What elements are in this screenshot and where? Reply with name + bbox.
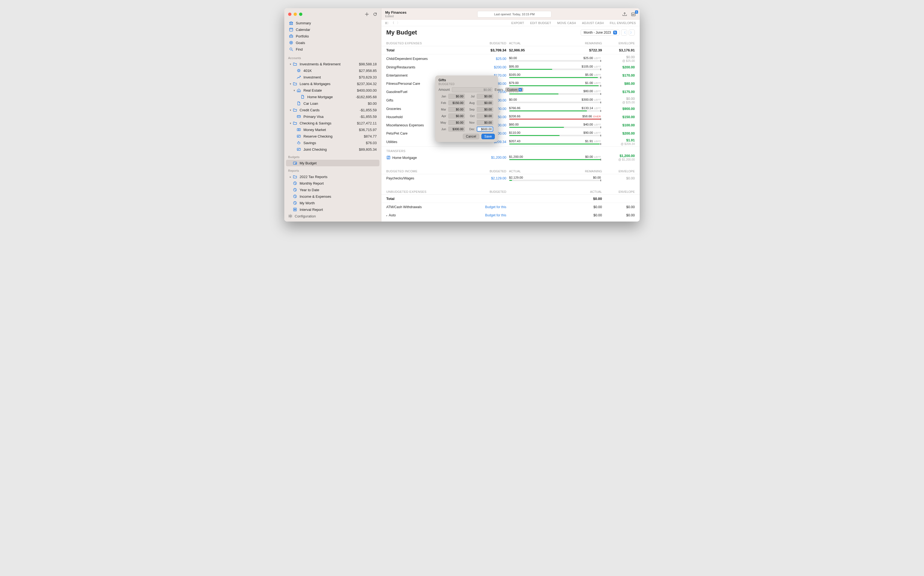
account-amount: $98,588.18 <box>359 62 377 66</box>
month-label: May <box>439 121 446 124</box>
report-item[interactable]: ▾ Interval Report <box>286 206 380 212</box>
disclosure-triangle-icon[interactable]: ▸ <box>386 214 388 217</box>
account-label: 401K <box>303 69 312 73</box>
account-item[interactable]: ▾ Reserve Checking $874.77 <box>286 133 380 139</box>
sidebar-toggle-icon[interactable]: ▮▯ <box>385 21 388 25</box>
sun-icon <box>296 68 301 73</box>
remaining-tag: LEFT <box>594 82 601 85</box>
budgeted-amount[interactable]: $25.00 <box>476 57 506 61</box>
minimize-window-button[interactable] <box>294 13 297 16</box>
budgeted-amount[interactable]: $1,200.00 <box>476 156 506 160</box>
account-item[interactable]: ▾ Primary Visa -$1,855.59 <box>286 113 380 120</box>
last-opened-pill[interactable]: Last opened: Today, 10:15 PM <box>477 11 551 18</box>
account-item[interactable]: ▾ Real Estate $400,000.00 <box>286 87 380 94</box>
account-item[interactable]: ▾ Home Mortgage -$162,695.68 <box>286 94 380 100</box>
month-input-jun[interactable] <box>448 126 465 131</box>
disclosure-triangle-icon[interactable]: ▾ <box>289 122 292 125</box>
month-input-aug[interactable] <box>477 100 493 105</box>
budget-item[interactable]: ▾ My Budget <box>286 160 380 166</box>
remaining-amount: $58.66 <box>582 115 592 118</box>
month-input-sep[interactable] <box>477 107 493 112</box>
nav-forward-button[interactable]: 〉 <box>397 21 400 25</box>
account-item[interactable]: ▾ Joint Checking $89,805.34 <box>286 146 380 153</box>
account-item[interactable]: ▾ Loans & Mortgages $237,304.32 <box>286 80 380 87</box>
month-label: Jul <box>467 94 475 98</box>
budget-row: Entertainment $170.00 $165.00 $5.00 LEFT… <box>381 71 640 80</box>
nav-item-calendar[interactable]: Calendar <box>286 26 380 33</box>
nav-item-summary[interactable]: Summary <box>286 20 380 26</box>
account-item[interactable]: ▾ Credit Cards -$1,855.59 <box>286 107 380 113</box>
period-prev-button[interactable]: 〈 <box>621 30 627 35</box>
account-item[interactable]: ▾ Savings $76.03 <box>286 139 380 146</box>
report-item[interactable]: ▸ 2022 Tax Reports <box>286 173 380 180</box>
cancel-button[interactable]: Cancel <box>463 134 479 139</box>
account-amount: $874.77 <box>364 134 377 138</box>
every-select[interactable]: Custom ⇅ <box>505 88 523 92</box>
close-window-button[interactable] <box>288 13 291 16</box>
actual-cell: $207.43 $1.91 LEFT <box>509 139 602 145</box>
export-tray-icon[interactable] <box>622 12 627 16</box>
month-input-apr[interactable] <box>448 114 465 118</box>
remaining-tag: LEFT <box>594 123 601 126</box>
nav-item-find[interactable]: Find <box>286 46 380 53</box>
total-actual: $2,986.95 <box>509 48 525 52</box>
disclosure-triangle-icon[interactable]: ▸ <box>289 175 292 178</box>
col-actual: ACTUAL <box>509 42 521 45</box>
month-input-may[interactable] <box>448 120 465 125</box>
month-input-jan[interactable] <box>448 94 465 99</box>
budget-for-this-link[interactable]: Budget for this <box>476 213 506 217</box>
disclosure-triangle-icon[interactable]: ▾ <box>292 89 296 92</box>
unbudgeted-total-row: Total $0.00 <box>381 195 640 203</box>
report-item[interactable]: ▾ Year to Date <box>286 187 380 193</box>
toolbar-action-fill-envelopes[interactable]: FILL ENVELOPES <box>610 21 636 25</box>
period-select[interactable]: Month - June 2023 ⇅ <box>581 30 619 35</box>
account-item[interactable]: ▾ Money Market $36,715.97 <box>286 126 380 133</box>
disclosure-triangle-icon[interactable]: ▾ <box>289 82 292 85</box>
month-input-jul[interactable] <box>477 94 493 99</box>
toolbar-action-move-cash[interactable]: MOVE CASH <box>557 21 576 25</box>
account-item[interactable]: ▾ Investments & Retirement $98,588.18 <box>286 61 380 67</box>
nav-item-portfolio[interactable]: Portfolio <box>286 33 380 39</box>
toolbar-action-edit-budget[interactable]: EDIT BUDGET <box>530 21 551 25</box>
toolbar-action-export[interactable]: EXPORT <box>511 21 524 25</box>
month-input-oct[interactable] <box>477 114 493 118</box>
report-item[interactable]: ▾ My Worth <box>286 200 380 206</box>
report-item[interactable]: ▾ Income & Expenses <box>286 193 380 200</box>
disclosure-triangle-icon[interactable]: ▾ <box>289 109 292 112</box>
month-input-feb[interactable] <box>448 100 465 105</box>
budgeted-amount[interactable]: $2,129.00 <box>476 176 506 180</box>
period-next-button[interactable]: 〉 <box>629 30 635 35</box>
month-input-mar[interactable] <box>448 107 465 112</box>
month-input-nov[interactable] <box>477 120 493 125</box>
month-input-dec[interactable] <box>477 126 493 131</box>
envelope-cell: $1.91 @ $209.34 <box>605 138 635 146</box>
remaining-tag: LEFT <box>594 155 601 158</box>
account-item[interactable]: ▾ 401K $27,958.85 <box>286 67 380 74</box>
envelope-cell: $170.00 <box>605 74 635 77</box>
add-button[interactable] <box>365 12 369 16</box>
notifications-icon[interactable] <box>631 12 636 16</box>
disclosure-triangle-icon[interactable]: ▾ <box>289 62 292 66</box>
account-item[interactable]: ▾ Checking & Savings $127,472.11 <box>286 120 380 126</box>
account-label: Real Estate <box>303 88 322 93</box>
month-label: Sep <box>467 108 475 111</box>
check-icon <box>296 147 301 152</box>
account-item[interactable]: ▾ Investment $70,629.33 <box>286 74 380 80</box>
refresh-button[interactable] <box>373 12 377 16</box>
actual-amount: $0.00 <box>509 205 602 209</box>
budget-row: Dining/Restaurants $200.00 $95.00 $105.0… <box>381 63 640 71</box>
remaining-amount: $25.00 <box>583 56 593 60</box>
toolbar-action-adjust-cash[interactable]: ADJUST CASH <box>582 21 604 25</box>
save-button[interactable]: Save <box>481 134 495 139</box>
report-item[interactable]: ▾ Monthly Report <box>286 180 380 187</box>
nav-back-button[interactable]: 〈 <box>391 21 394 25</box>
configuration-button[interactable]: Configuration <box>284 212 381 222</box>
account-label: Reserve Checking <box>303 134 332 138</box>
budget-for-this-link[interactable]: Budget for this <box>476 205 506 209</box>
nav-item-goals[interactable]: Goals <box>286 39 380 46</box>
svg-rect-0 <box>289 28 293 31</box>
budgeted-amount[interactable]: $200.00 <box>476 66 506 69</box>
amount-input[interactable] <box>452 87 492 92</box>
account-item[interactable]: ▾ Car Loan $0.00 <box>286 100 380 107</box>
zoom-window-button[interactable] <box>299 13 302 16</box>
